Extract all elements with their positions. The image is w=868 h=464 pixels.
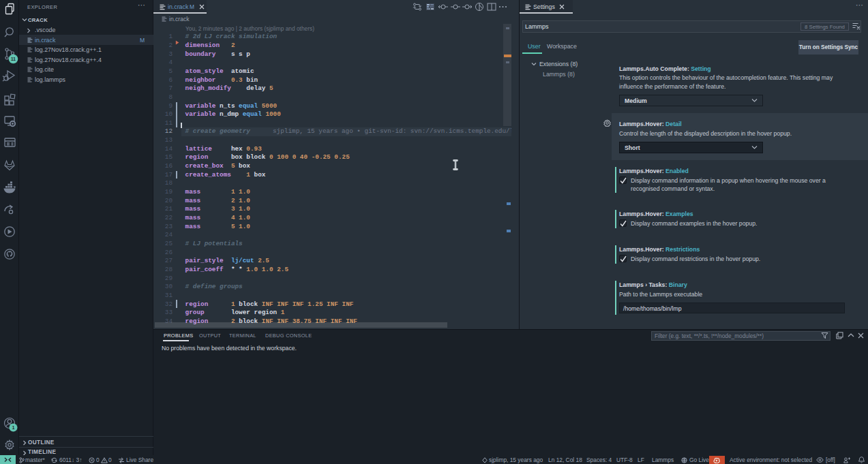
svg-text:11: 11 <box>11 57 16 61</box>
svg-text:1: 1 <box>12 425 15 430</box>
